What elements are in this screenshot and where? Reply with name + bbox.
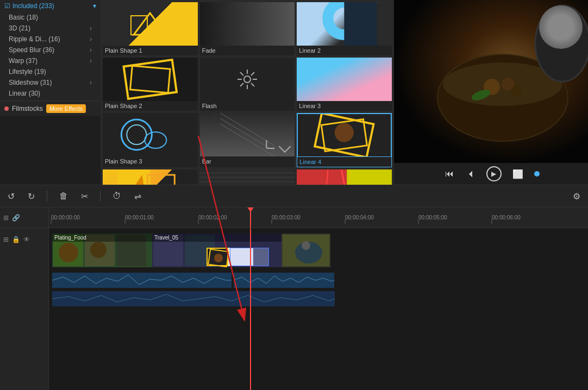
- svg-line-13: [240, 83, 243, 86]
- track-lock-button[interactable]: 🔒: [12, 236, 20, 243]
- effect-thumb: [297, 114, 391, 157]
- effect-thumb: [200, 169, 295, 185]
- applied-effect-thumb: [207, 248, 228, 266]
- history-button[interactable]: ⏱: [109, 189, 124, 203]
- audio-clip-1[interactable]: [52, 273, 232, 288]
- svg-rect-5: [130, 66, 171, 93]
- included-header[interactable]: ☑ Included (233) ▾: [0, 0, 101, 12]
- svg-point-37: [511, 86, 522, 97]
- effect-thumb: [103, 169, 198, 185]
- effect-bar[interactable]: Bar: [200, 113, 295, 167]
- clip-travel-05[interactable]: Travel_05: [152, 234, 283, 267]
- effect-fade[interactable]: Fade: [200, 2, 295, 55]
- redo-button[interactable]: ↻: [24, 189, 38, 204]
- effect-linear-3[interactable]: Linear 3: [297, 58, 392, 111]
- track-headers: ⊞ 🔗 ⊞ 🔒 👁: [0, 207, 49, 390]
- cut-button[interactable]: ✂: [78, 189, 91, 204]
- sidebar-item-3d[interactable]: 3D (21) ›: [0, 23, 101, 34]
- delete-button[interactable]: 🗑: [56, 189, 71, 203]
- more-effects-button[interactable]: More Effects: [46, 104, 86, 113]
- effect-thumb: [297, 2, 392, 46]
- effect-flash[interactable]: Flash: [200, 58, 295, 111]
- settings-button[interactable]: ⚙: [570, 189, 584, 204]
- effect-label: Linear 2: [297, 46, 392, 55]
- filmstocks-label: Filmstocks: [12, 105, 43, 112]
- effect-label: Linear 4: [297, 157, 391, 167]
- svg-line-12: [251, 72, 254, 76]
- included-label: Included (233): [12, 2, 54, 10]
- check-icon: ☑: [4, 2, 10, 10]
- play-button[interactable]: ▶: [486, 166, 502, 181]
- left-categories: ☑ Included (233) ▾ Basic (18) 3D (21) › …: [0, 0, 101, 100]
- track-grid-button[interactable]: ⊞: [3, 236, 9, 243]
- effect-row4-1[interactable]: [103, 169, 198, 185]
- expand-arrow: ›: [90, 46, 92, 54]
- effect-row4-3[interactable]: [297, 169, 392, 185]
- audio-track-1: [49, 273, 588, 288]
- clip-plating-food[interactable]: Plating_Food: [52, 234, 153, 267]
- audio-clip-2[interactable]: [234, 273, 334, 288]
- svg-point-52: [90, 242, 107, 258]
- audio-track-2[interactable]: [52, 291, 335, 306]
- playhead-ruler: [250, 207, 251, 228]
- effect-plain-shape-3[interactable]: Plain Shape 3: [103, 113, 198, 167]
- add-track-button[interactable]: ⊞: [3, 214, 9, 222]
- expand-arrow: ›: [90, 79, 92, 86]
- effect-thumb: [103, 2, 198, 46]
- toolbar: ↺ ↻ 🗑 ✂ ⏱ ⇌ ⚙: [0, 185, 588, 207]
- effect-plain-shape-1[interactable]: Plain Shape 1: [103, 2, 198, 55]
- sidebar-item-linear[interactable]: Linear (30): [0, 88, 101, 99]
- sidebar-item-label: Basic (18): [9, 14, 38, 21]
- sidebar-item-basic[interactable]: Basic (18): [0, 12, 101, 23]
- clip-kayak[interactable]: [282, 234, 330, 267]
- effect-thumb: [200, 58, 295, 101]
- sidebar-item-speedblur[interactable]: Speed Blur (36) ›: [0, 45, 101, 55]
- collapse-arrow: ▾: [93, 2, 96, 10]
- sidebar-item-label: Speed Blur (36): [9, 46, 54, 54]
- sidebar-item-warp[interactable]: Warp (37) ›: [0, 55, 101, 66]
- effect-thumb: [297, 58, 392, 101]
- undo-button[interactable]: ↺: [4, 189, 18, 204]
- effect-linear-2[interactable]: Linear 2: [297, 2, 392, 55]
- svg-rect-3: [345, 2, 377, 46]
- svg-line-11: [251, 83, 254, 86]
- effect-thumb: [200, 2, 295, 46]
- track-header-tools: ⊞ 🔗: [0, 207, 48, 228]
- toolbar-separator: [100, 191, 101, 202]
- svg-point-51: [59, 243, 78, 262]
- rewind-button[interactable]: ⏮: [443, 167, 456, 181]
- svg-point-17: [145, 132, 166, 148]
- svg-line-10: [240, 72, 243, 76]
- adjust-button[interactable]: ⇌: [131, 189, 145, 204]
- filmstocks-bar: Filmstocks More Effects: [0, 100, 101, 116]
- effect-label: Flash: [200, 101, 295, 111]
- effect-thumb: [103, 113, 198, 156]
- preview-image: [394, 0, 588, 163]
- link-button[interactable]: 🔗: [12, 214, 20, 222]
- timeline-area: ⊞ 🔗 ⊞ 🔒 👁 00:00:00:00 00:00:01:00 00:00:…: [0, 207, 588, 390]
- playback-dot: [534, 171, 540, 177]
- effects-grid: Plain Shape 1 Fade Linear 2 Plain Shape …: [101, 0, 394, 185]
- effect-label: Plain Shape 2: [103, 101, 198, 111]
- effect-plain-shape-2[interactable]: Plain Shape 2: [103, 58, 198, 111]
- filmstocks-dot: [4, 106, 9, 111]
- playhead-triangle: [247, 207, 254, 212]
- effect-row4-2[interactable]: [200, 169, 295, 185]
- clip-label: Travel_05: [152, 234, 283, 242]
- clip-label: Plating_Food: [52, 234, 153, 242]
- svg-point-62: [302, 241, 310, 250]
- effect-label: Plain Shape 3: [103, 156, 198, 166]
- effect-linear-4[interactable]: Linear 4: [297, 113, 392, 167]
- sidebar-item-slideshow[interactable]: Slideshow (31) ›: [0, 77, 101, 88]
- stop-button[interactable]: ⬜: [510, 167, 526, 181]
- step-back-button[interactable]: ⏴: [465, 167, 478, 181]
- track-visibility-button[interactable]: 👁: [23, 236, 30, 243]
- sidebar-item-ripple[interactable]: Ripple & Di... (16) ›: [0, 34, 101, 45]
- applied-effect-2: [230, 248, 269, 266]
- effect-label: Plain Shape 1: [103, 46, 198, 55]
- effect-label: Fade: [200, 46, 295, 55]
- sidebar-item-label: Linear (30): [9, 90, 40, 97]
- sidebar-item-lifestyle[interactable]: Lifestyle (19): [0, 66, 101, 77]
- svg-point-16: [127, 125, 146, 144]
- svg-point-58: [214, 254, 223, 262]
